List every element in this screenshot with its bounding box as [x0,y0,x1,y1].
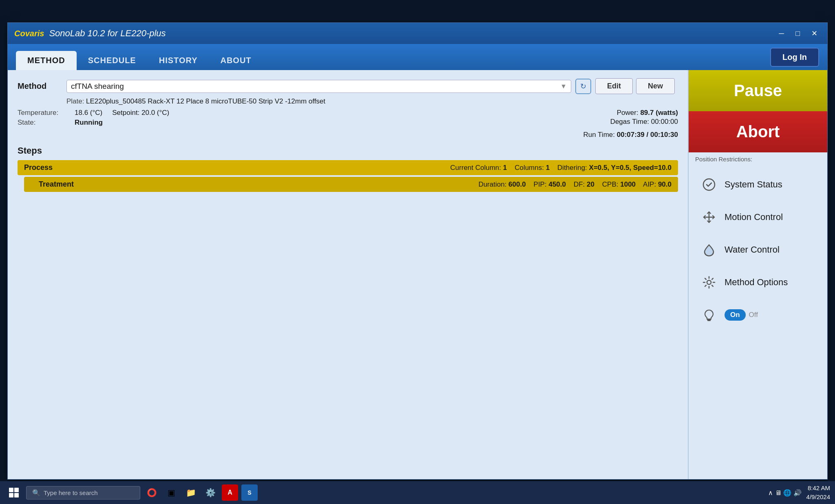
temperature-row: Temperature: 18.6 (°C) Setpoint: 20.0 (°… [18,109,169,117]
cpb-label: CPB: [602,180,619,188]
degas-row: Degas Time: 00:00:00 [610,118,678,126]
duration-value: 600.0 [508,180,526,188]
svg-rect-8 [9,493,13,497]
left-panel: Method cfTNA shearing ▼ ↻ Edit New Plate… [8,70,689,479]
system-tray: ∧ 🖥 🌐 🔊 8:42 AM 4/9/2024 [768,484,830,502]
sidebar-item-water-control[interactable]: Water Control [692,234,824,265]
dropdown-arrow-icon: ▼ [560,83,567,90]
file-explorer-button[interactable]: 📁 [183,484,199,501]
refresh-button[interactable]: ↻ [575,79,591,94]
edit-button[interactable]: Edit [595,78,633,94]
state-value: Running [75,119,103,127]
method-value: cfTNA shearing [71,82,560,91]
duration-label: Duration: [478,180,506,188]
tab-history[interactable]: HISTORY [148,51,209,70]
tab-about[interactable]: ABOUT [209,51,263,70]
setpoint-label-text: Setpoint: 20.0 (°C) [112,109,169,117]
df-value: 20 [587,180,594,188]
svg-point-3 [707,280,711,284]
settings-button[interactable]: ⚙️ [202,484,219,501]
close-button[interactable]: ✕ [808,28,821,39]
method-section: Method cfTNA shearing ▼ ↻ Edit New Plate… [18,78,678,139]
cpb-value: 1000 [620,180,636,188]
dithering-value: X=0.5, Y=0.5, Speed=10.0 [589,164,672,172]
df-label: DF: [574,180,585,188]
info-left: Temperature: 18.6 (°C) Setpoint: 20.0 (°… [18,109,169,128]
main-content: Method cfTNA shearing ▼ ↻ Edit New Plate… [8,70,827,479]
sidebar-item-light-toggle[interactable]: On Off [692,299,824,330]
svg-rect-9 [14,493,19,497]
login-button[interactable]: Log In [770,48,819,67]
process-step-row: Process Current Column: 1 Columns: 1 Dit… [24,163,672,172]
toggle-on-label[interactable]: On [725,309,746,321]
maximize-button[interactable]: □ [792,28,803,39]
app-tray-button[interactable]: S [241,484,258,501]
system-clock: 8:42 AM 4/9/2024 [806,484,830,502]
treatment-name: Treatment [39,180,74,189]
method-row: Method cfTNA shearing ▼ ↻ Edit New [18,78,678,94]
task-view-button[interactable]: ▣ [163,484,179,501]
window-controls: ─ □ ✕ [775,28,821,39]
power-row: Power: 89.7 (watts) [610,109,678,117]
app-title: SonoLab 10.2 for LE220-plus [49,28,775,39]
sidebar-item-method-options[interactable]: Method Options [692,267,824,298]
tab-method[interactable]: METHOD [16,51,77,70]
plate-value: LE220plus_500485 Rack-XT 12 Place 8 micr… [86,97,325,105]
power-label: Power: [617,109,638,117]
new-button[interactable]: New [636,78,675,94]
taskbar: 🔍 Type here to search ⭕ ▣ 📁 ⚙️ A S ∧ 🖥 🌐… [0,481,835,504]
pause-button[interactable]: Pause [689,70,827,111]
treatment-step-row: Treatment Duration: 600.0 PIP: 450.0 DF:… [39,180,672,189]
treatment-details: Duration: 600.0 PIP: 450.0 DF: 20 CPB: [478,180,672,189]
svg-rect-6 [9,488,13,492]
clock-date: 4/9/2024 [806,493,830,502]
columns-label: Columns: [515,164,544,172]
method-label: Method [18,81,66,91]
run-time-label: Run Time: [583,131,615,139]
aip-label: AIP: [643,180,656,188]
search-bar[interactable]: 🔍 Type here to search [26,486,140,500]
position-restrictions: Position Restrictions: [689,152,827,164]
search-placeholder: Type here to search [44,489,98,496]
sidebar-item-system-status[interactable]: System Status [692,169,824,200]
system-status-label: System Status [725,179,782,190]
state-label: State: [18,119,75,127]
gear-icon [700,273,718,291]
motion-control-label: Motion Control [725,212,783,222]
run-time-value: 00:07:39 / 00:10:30 [617,131,678,139]
desktop: Covaris SonoLab 10.2 for LE220-plus ─ □ … [0,0,835,504]
water-control-label: Water Control [725,244,780,255]
svg-rect-7 [14,488,19,492]
dithering-label: Dithering: [557,164,587,172]
adobe-button[interactable]: A [222,484,238,501]
plate-row: Plate: LE220plus_500485 Rack-XT 12 Place… [66,97,678,106]
light-toggle-wrap[interactable]: On Off [725,309,758,321]
current-column-label: Current Column: [450,164,501,172]
cortana-button[interactable]: ⭕ [144,484,160,501]
checkmark-circle-icon [700,176,718,194]
minimize-button[interactable]: ─ [775,28,787,39]
setpoint-label: Setpoint: [112,109,139,117]
setpoint-value: 20.0 (°C) [141,109,169,117]
steps-header: Steps [18,145,678,156]
pip-value: 450.0 [548,180,566,188]
aip-value: 90.0 [658,180,672,188]
method-input-wrap[interactable]: cfTNA shearing ▼ [66,80,571,93]
sidebar-item-motion-control[interactable]: Motion Control [692,202,824,233]
current-column-value: 1 [503,164,507,172]
abort-button[interactable]: Abort [689,111,827,152]
degas-value: 00:00:00 [651,118,678,125]
temperature-value: 18.6 (°C) [75,109,102,117]
lightbulb-icon [700,306,718,324]
info-right: Power: 89.7 (watts) Degas Time: 00:00:00 [610,109,678,128]
app-logo: Covaris [14,29,44,38]
tab-schedule[interactable]: SCHEDULE [77,51,148,70]
title-bar: Covaris SonoLab 10.2 for LE220-plus ─ □ … [8,23,827,44]
toggle-off-label[interactable]: Off [749,311,758,319]
treatment-step[interactable]: Treatment Duration: 600.0 PIP: 450.0 DF:… [24,177,678,192]
arrows-move-icon [700,208,718,226]
water-drop-icon [700,241,718,259]
right-panel: Pause Abort Position Restrictions: Syste… [689,70,827,479]
process-step[interactable]: Process Current Column: 1 Columns: 1 Dit… [18,160,678,175]
start-button[interactable] [5,484,23,502]
